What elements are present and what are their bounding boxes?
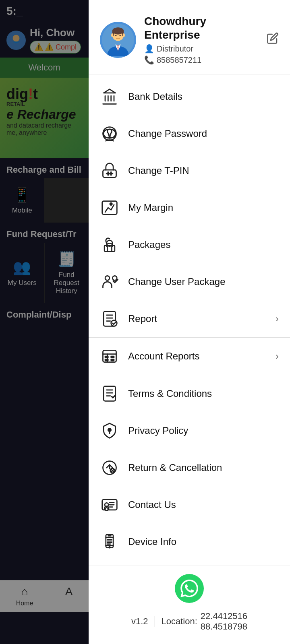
packages-icon <box>100 235 119 254</box>
privacy-policy-label: Privacy Policy <box>128 425 279 436</box>
menu-item-return-cancellation[interactable]: Return & Cancellation <box>89 449 290 486</box>
menu-item-change-user-package[interactable]: Change User Package <box>89 263 290 300</box>
svg-point-33 <box>112 276 117 281</box>
version-divider <box>155 616 155 627</box>
my-margin-icon <box>100 198 119 217</box>
menu-list: Bank Details Change Password <box>89 75 290 566</box>
drawer-user-phone: 📞 8585857211 <box>144 55 259 65</box>
drawer-user-role: 👤 Distributor <box>144 44 259 54</box>
location-coords: 22.4412516 88.4518798 <box>201 611 247 632</box>
menu-item-device-info[interactable]: Device Info <box>89 523 290 560</box>
svg-point-62 <box>105 508 108 511</box>
svg-rect-44 <box>105 359 108 361</box>
report-arrow-icon: › <box>276 313 279 324</box>
packages-label: Packages <box>128 239 279 250</box>
change-tpin-label: Change T-PIN <box>128 165 279 176</box>
overlay-dim <box>0 0 89 644</box>
svg-marker-17 <box>104 89 115 93</box>
svg-point-67 <box>109 547 110 548</box>
menu-item-report[interactable]: Report › <box>89 300 290 338</box>
menu-item-terms-conditions[interactable]: Terms & Conditions <box>89 375 290 412</box>
privacy-policy-icon <box>100 421 119 440</box>
svg-rect-46 <box>104 386 115 401</box>
change-tpin-icon <box>100 161 119 180</box>
svg-rect-42 <box>105 356 108 358</box>
contact-us-icon <box>100 495 119 514</box>
avatar <box>100 22 136 58</box>
coord1: 22.4412516 <box>201 611 247 621</box>
account-reports-arrow-icon: › <box>276 351 279 362</box>
edit-profile-button[interactable] <box>267 32 279 47</box>
phone-icon: 📞 <box>144 55 154 65</box>
menu-item-packages[interactable]: Packages <box>89 226 290 263</box>
change-user-package-icon <box>100 272 119 291</box>
account-reports-icon <box>100 347 119 366</box>
change-password-icon <box>100 124 119 143</box>
change-user-package-label: Change User Package <box>128 276 279 287</box>
drawer-user-info: Chowdhury Enterprise 👤 Distributor 📞 858… <box>144 14 259 65</box>
menu-item-change-tpin[interactable]: Change T-PIN <box>89 152 290 189</box>
report-label: Report <box>128 313 267 324</box>
whatsapp-button[interactable] <box>175 574 204 603</box>
my-margin-label: My Margin <box>128 202 279 213</box>
svg-rect-45 <box>111 359 114 361</box>
menu-item-my-margin[interactable]: My Margin <box>89 189 290 226</box>
menu-item-change-password[interactable]: Change Password <box>89 115 290 152</box>
drawer-header: Chowdhury Enterprise 👤 Distributor 📞 858… <box>89 0 290 75</box>
account-reports-label: Account Reports <box>128 351 267 362</box>
change-password-label: Change Password <box>128 128 279 139</box>
svg-rect-43 <box>111 356 114 358</box>
menu-item-bank-details[interactable]: Bank Details <box>89 78 290 115</box>
svg-point-32 <box>105 276 110 281</box>
drawer-user-name: Chowdhury Enterprise <box>144 14 259 41</box>
bank-details-label: Bank Details <box>128 91 279 102</box>
drawer-panel: Chowdhury Enterprise 👤 Distributor 📞 858… <box>89 0 290 644</box>
person-icon: 👤 <box>144 44 154 54</box>
return-cancellation-label: Return & Cancellation <box>128 462 279 473</box>
menu-item-account-reports[interactable]: Account Reports › <box>89 338 290 375</box>
menu-item-contact-us[interactable]: Contact Us <box>89 486 290 523</box>
terms-conditions-icon <box>100 384 119 403</box>
terms-conditions-label: Terms & Conditions <box>128 388 279 399</box>
menu-item-privacy-policy[interactable]: Privacy Policy <box>89 412 290 449</box>
device-info-label: Device Info <box>128 536 279 547</box>
report-icon <box>100 309 119 328</box>
coord2: 88.4518798 <box>201 621 247 632</box>
bank-details-icon <box>100 87 119 106</box>
svg-point-8 <box>115 35 117 36</box>
svg-rect-26 <box>102 201 117 215</box>
svg-point-27 <box>110 203 112 205</box>
svg-point-10 <box>111 33 113 37</box>
location-label: Location: <box>162 616 197 627</box>
svg-point-9 <box>120 35 121 36</box>
device-info-icon <box>100 532 119 551</box>
contact-us-label: Contact Us <box>128 499 279 510</box>
version-text: v1.2 <box>131 616 148 627</box>
drawer-footer: v1.2 Location: 22.4412516 88.4518798 <box>89 566 290 644</box>
version-row: v1.2 Location: 22.4412516 88.4518798 <box>100 611 279 632</box>
svg-point-11 <box>123 33 125 37</box>
return-cancellation-icon <box>100 458 119 477</box>
